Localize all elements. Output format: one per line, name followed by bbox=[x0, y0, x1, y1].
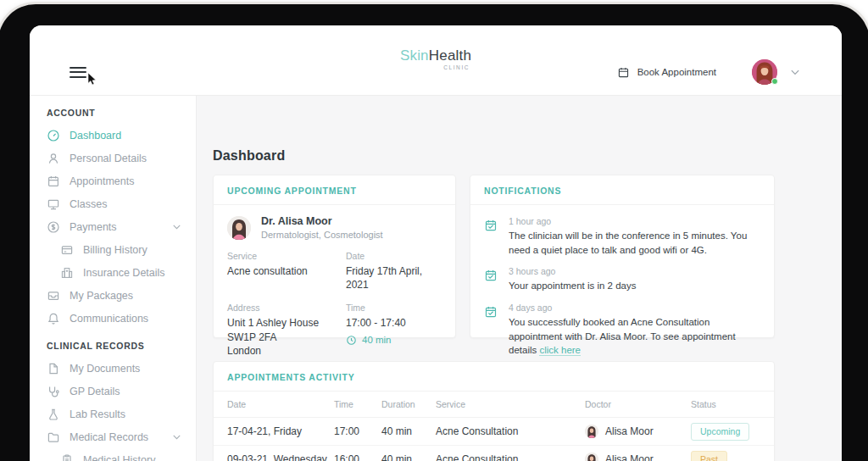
laptop-mockup: SkinHealth CLINIC Book Appointment bbox=[0, 0, 868, 461]
cell-service: Acne Consultation bbox=[436, 425, 585, 437]
page-title: Dashboard bbox=[213, 148, 842, 164]
app-window: SkinHealth CLINIC Book Appointment bbox=[30, 25, 842, 461]
stethoscope-icon bbox=[47, 385, 60, 398]
top-bar: SkinHealth CLINIC Book Appointment bbox=[30, 25, 842, 96]
notification-item: 4 days ago You successfully booked an Ac… bbox=[470, 297, 774, 361]
sidebar-item-billing-history[interactable]: Billing History bbox=[30, 238, 196, 261]
time-label: Time bbox=[346, 303, 442, 313]
logo-secondary: Health bbox=[429, 47, 471, 64]
click-here-link[interactable]: click here bbox=[539, 345, 581, 356]
doctor-avatar bbox=[227, 216, 251, 240]
sidebar-section-account: ACCOUNT bbox=[47, 108, 196, 118]
cell-duration: 40 min bbox=[381, 425, 436, 437]
sidebar-item-classes[interactable]: Classes bbox=[30, 192, 196, 215]
monitor-icon bbox=[47, 197, 60, 211]
credit-card-icon bbox=[60, 243, 74, 257]
cell-service: Acne Consultation bbox=[436, 453, 585, 461]
sidebar-item-label: Insurance Details bbox=[83, 267, 165, 279]
service-label: Service bbox=[227, 251, 346, 261]
hospital-icon bbox=[60, 266, 74, 280]
online-status-dot bbox=[771, 78, 778, 85]
date-value: Friday 17th April, 2021 bbox=[346, 264, 442, 292]
notification-text: Your appointment is in 2 days bbox=[509, 279, 636, 293]
sidebar-item-label: Billing History bbox=[83, 244, 147, 256]
sidebar-section-clinical-records: CLINICAL RECORDS bbox=[47, 341, 196, 351]
sidebar-item-gp-details[interactable]: GP Details bbox=[30, 380, 196, 403]
notification-time: 3 hours ago bbox=[509, 266, 636, 276]
date-label: Date bbox=[346, 251, 442, 261]
col-duration: Duration bbox=[381, 399, 436, 409]
sidebar-item-payments[interactable]: Payments bbox=[30, 215, 196, 238]
sidebar-item-appointments[interactable]: Appointments bbox=[30, 169, 196, 192]
bell-icon bbox=[47, 312, 60, 325]
address-line: Unit 1 Ashley House bbox=[227, 316, 346, 330]
address-label: Address bbox=[227, 303, 346, 313]
time-value: 17:00 - 17:40 bbox=[346, 316, 442, 330]
notifications-card: NOTIFICATIONS 1 hour ago The clinician w… bbox=[470, 175, 775, 338]
calendar-icon bbox=[617, 66, 630, 79]
sidebar-item-personal-details[interactable]: Personal Details bbox=[30, 147, 196, 169]
upcoming-appointment-title: UPCOMING APPOINTMENT bbox=[214, 175, 455, 205]
chevron-down-icon bbox=[173, 225, 181, 230]
sidebar-item-label: My Packages bbox=[70, 290, 133, 302]
book-appointment-button[interactable]: Book Appointment bbox=[617, 66, 716, 79]
user-menu[interactable] bbox=[738, 59, 777, 85]
doctor-specialty: Dermatologist, Cosmetologist bbox=[261, 230, 383, 240]
chevron-down-icon bbox=[791, 69, 799, 75]
col-doctor: Doctor bbox=[585, 399, 691, 409]
service-value: Acne consultation bbox=[227, 264, 346, 278]
sidebar-item-lab-results[interactable]: Lab Results bbox=[30, 403, 196, 425]
col-status: Status bbox=[691, 399, 760, 409]
calendar-check-icon bbox=[484, 219, 498, 257]
main-content: Dashboard UPCOMING APPOINTMENT bbox=[197, 96, 842, 461]
table-row: 17-04-21, Friday 17:00 40 min Acne Consu… bbox=[214, 418, 774, 446]
sidebar-item-medical-records[interactable]: Medical Records bbox=[30, 425, 196, 448]
sidebar-item-my-documents[interactable]: My Documents bbox=[30, 357, 196, 380]
notification-item: 1 hour ago The clinician will be in the … bbox=[470, 210, 774, 260]
sidebar-item-label: Communications bbox=[70, 313, 148, 325]
cell-date: 17-04-21, Friday bbox=[227, 425, 334, 437]
sidebar-item-label: Personal Details bbox=[70, 153, 147, 164]
address-line: London bbox=[227, 344, 346, 358]
sidebar-item-medical-history[interactable]: Medical History bbox=[30, 448, 196, 461]
cell-doctor: Alisa Moor bbox=[605, 425, 654, 437]
sidebar-item-label: Payments bbox=[70, 221, 117, 233]
clipboard-icon bbox=[60, 453, 74, 461]
cell-time: 17:00 bbox=[334, 425, 381, 437]
duration-value: 40 min bbox=[362, 335, 392, 345]
calendar-icon bbox=[47, 175, 60, 188]
cell-duration: 40 min bbox=[381, 453, 436, 461]
sidebar-item-label: Dashboard bbox=[70, 130, 121, 142]
gauge-icon bbox=[47, 129, 60, 142]
table-header-row: Date Time Duration Service Doctor Status bbox=[214, 392, 774, 418]
notification-time: 4 days ago bbox=[509, 303, 760, 313]
sidebar-item-dashboard[interactable]: Dashboard bbox=[30, 124, 196, 147]
sidebar-item-label: Medical Records bbox=[70, 431, 148, 443]
logo-primary: Skin bbox=[400, 47, 429, 64]
book-appointment-label: Book Appointment bbox=[637, 67, 716, 77]
sidebar-item-label: Medical History bbox=[83, 454, 155, 461]
col-time: Time bbox=[334, 399, 381, 409]
package-icon bbox=[47, 289, 60, 303]
calendar-check-icon bbox=[484, 305, 498, 358]
doctor-name: Dr. Alisa Moor bbox=[261, 215, 383, 227]
cell-date: 09-03-21, Wednesday bbox=[227, 453, 334, 461]
cell-doctor: Alisa Moor bbox=[605, 453, 654, 461]
sidebar-item-label: Classes bbox=[70, 198, 107, 210]
logo-tagline: CLINIC bbox=[400, 64, 471, 70]
sidebar-item-my-packages[interactable]: My Packages bbox=[30, 284, 196, 307]
doctor-avatar bbox=[585, 453, 598, 461]
sidebar-item-communications[interactable]: Communications bbox=[30, 307, 196, 330]
person-icon bbox=[47, 152, 60, 165]
sidebar-item-label: GP Details bbox=[70, 386, 120, 397]
sidebar-nav: ACCOUNT Dashboard Personal Details Appoi… bbox=[30, 96, 197, 461]
notification-text: The clinician will be in the conference … bbox=[509, 229, 760, 257]
sidebar-item-insurance-details[interactable]: Insurance Details bbox=[30, 261, 196, 284]
appointments-activity-card: APPOINTMENTS ACTIVITY Date Time Duration… bbox=[213, 361, 775, 461]
sidebar-item-label: My Documents bbox=[70, 363, 140, 375]
hamburger-menu-icon[interactable] bbox=[70, 64, 86, 81]
doctor-avatar bbox=[585, 425, 598, 438]
cell-time: 16:00 bbox=[334, 453, 381, 461]
status-badge: Upcoming bbox=[691, 423, 749, 441]
notification-item: 3 hours ago Your appointment is in 2 day… bbox=[470, 260, 774, 297]
